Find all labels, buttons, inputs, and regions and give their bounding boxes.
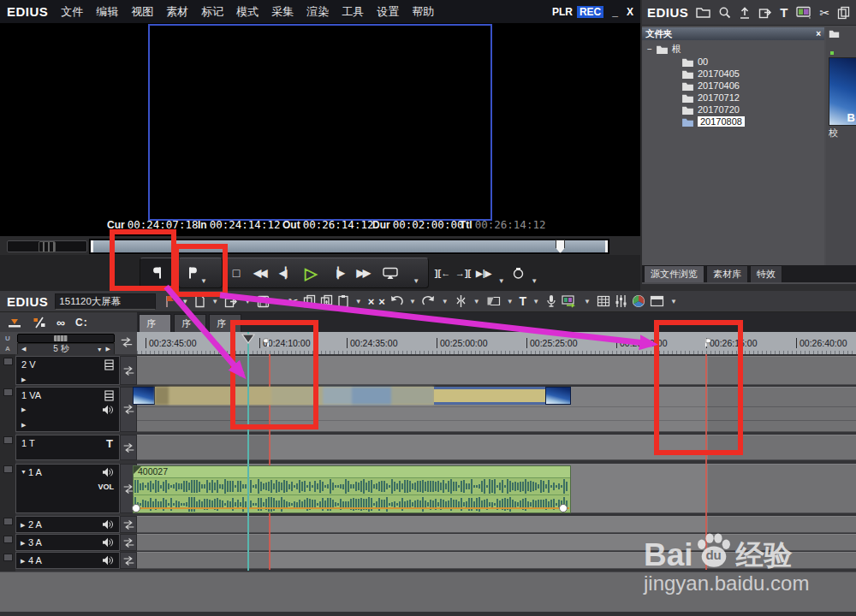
tab-sequence-1[interactable]: 序列1 <box>139 314 171 332</box>
menu-help[interactable]: 帮助 <box>412 4 434 20</box>
menu-marker[interactable]: 标记 <box>201 4 223 20</box>
video-clip[interactable] <box>133 387 571 405</box>
set-in-button[interactable] <box>140 258 175 288</box>
track-select-button[interactable] <box>3 554 13 561</box>
search-icon[interactable] <box>718 6 731 19</box>
track-header-3a[interactable]: ▶ 3 A <box>15 534 120 551</box>
transition-icon[interactable] <box>486 295 501 307</box>
track-header-1a[interactable]: ▼ 1 A VOL <box>15 464 120 513</box>
a2-patch[interactable] <box>120 516 137 533</box>
next-frame-button[interactable]: ▕▶ <box>330 258 342 287</box>
render-export-icon[interactable] <box>562 294 578 308</box>
copy-clip-icon[interactable] <box>837 6 850 20</box>
menu-mode[interactable]: 模式 <box>236 4 259 20</box>
in-point-marker-icon[interactable] <box>262 337 270 348</box>
play-around-cursor-icon[interactable]: ▶|▶ <box>476 258 491 287</box>
scale-dropdown-icon[interactable]: ▼ <box>97 346 103 352</box>
folder-panel-close-icon[interactable]: × <box>816 29 821 38</box>
redo-dropdown-icon[interactable]: ▼ <box>442 299 449 308</box>
timeline-zoom-slider[interactable] <box>17 334 115 343</box>
timeline-scale-select[interactable]: ◀ 5 秒 ▼ ▶ <box>17 343 115 355</box>
collapse-icon[interactable]: − <box>647 44 652 54</box>
stop-button[interactable]: □ <box>233 258 240 287</box>
tab-sequence-3[interactable]: 序列3 <box>209 314 241 332</box>
goto-in-icon[interactable]: ][← <box>435 258 450 287</box>
redo-icon[interactable] <box>422 295 436 307</box>
layout-icon[interactable] <box>650 295 664 307</box>
menu-view[interactable]: 视图 <box>131 4 153 20</box>
menu-file[interactable]: 文件 <box>61 4 83 20</box>
collapse-icon[interactable]: ▼ <box>21 469 27 475</box>
track-select-button[interactable] <box>3 465 13 473</box>
track-header-2v[interactable]: 2 V ▶ <box>15 356 120 385</box>
title-tool-icon[interactable]: T <box>780 5 788 20</box>
goto-out-icon[interactable]: →][ <box>455 258 471 287</box>
paste-icon[interactable] <box>337 294 349 308</box>
track-row-2v[interactable] <box>137 356 856 385</box>
transition-dropdown-icon[interactable]: ▼ <box>507 299 514 308</box>
undo-icon[interactable] <box>389 295 403 307</box>
audio-mixer-icon[interactable] <box>615 294 627 308</box>
sync-mode-icon[interactable] <box>33 317 46 329</box>
marker-dropdown-icon[interactable]: ▼ <box>181 299 188 308</box>
loop-play-dropdown-icon[interactable]: ▼ <box>531 278 538 287</box>
save-dropdown-icon[interactable]: ▼ <box>276 299 282 308</box>
track-header-2a[interactable]: ▶ 2 A <box>15 516 120 533</box>
ripple-mode-icon[interactable]: ∞ <box>56 316 65 329</box>
scale-right-icon[interactable]: ▶ <box>106 346 110 352</box>
save-icon[interactable] <box>257 295 270 308</box>
fast-forward-button[interactable]: ▶▶ <box>356 258 368 287</box>
track-select-button[interactable] <box>3 536 13 543</box>
track-select-button[interactable] <box>3 436 13 444</box>
add-cut-point-dropdown-icon[interactable]: ▼ <box>473 299 480 308</box>
track-row-2a[interactable] <box>137 516 856 533</box>
add-to-bin-icon[interactable] <box>597 295 610 307</box>
set-out-dropdown-icon[interactable]: ▼ <box>200 278 207 287</box>
delete-icon[interactable]: × <box>368 295 375 308</box>
layout-dropdown-icon[interactable]: ▼ <box>670 299 677 308</box>
up-folder-icon[interactable] <box>739 6 751 19</box>
rec-mode-button[interactable]: REC <box>577 6 603 18</box>
menu-clip[interactable]: 素材 <box>166 4 188 20</box>
folder-item[interactable]: 20170712 <box>681 92 740 104</box>
export-dropdown-icon[interactable]: ▼ <box>244 299 251 308</box>
track-header-4a[interactable]: ▶ 4 A <box>15 552 120 569</box>
paste-dropdown-icon[interactable]: ▼ <box>355 299 362 308</box>
position-slider[interactable] <box>89 239 609 254</box>
tab-sequence-2[interactable]: 序列2 <box>174 314 206 332</box>
shuttle-slider[interactable] <box>7 240 87 252</box>
insert-overwrite-mode-icon[interactable] <box>7 317 22 329</box>
snap-magnet-icon[interactable]: C: <box>75 317 88 329</box>
plr-mode-button[interactable]: PLR <box>552 6 573 18</box>
menu-tools[interactable]: 工具 <box>342 4 364 20</box>
folder-item-selected[interactable]: 20170808 <box>681 116 745 127</box>
cut-icon[interactable]: ✂ <box>288 294 299 308</box>
expand-icon[interactable]: ▶ <box>21 406 26 413</box>
voiceover-mic-icon[interactable] <box>545 294 557 308</box>
video-patch[interactable] <box>120 356 137 385</box>
patch-icon[interactable] <box>120 336 134 348</box>
out-point-marker-icon[interactable] <box>704 337 712 348</box>
close-icon[interactable]: X <box>627 6 633 18</box>
player-display-dropdown-icon[interactable]: ▼ <box>413 278 419 287</box>
volume-handle[interactable] <box>132 504 140 512</box>
clip-thumbnail[interactable]: B <box>829 57 856 126</box>
expand-icon[interactable]: ▶ <box>21 422 26 429</box>
menu-settings[interactable]: 设置 <box>377 4 399 20</box>
new-sequence-icon[interactable] <box>194 294 205 308</box>
prev-frame-button[interactable]: ◀▏ <box>279 258 291 287</box>
tab-bin[interactable]: 素材库 <box>706 265 748 282</box>
expand-icon[interactable]: ▶ <box>21 522 25 529</box>
menu-edit[interactable]: 编辑 <box>96 4 118 20</box>
folder-item[interactable]: 20170406 <box>681 80 740 92</box>
playhead-marker[interactable] <box>241 332 255 347</box>
title-icon[interactable]: T <box>520 294 527 308</box>
export-clip-icon[interactable] <box>758 6 772 19</box>
monitor-display-icon[interactable] <box>796 6 812 19</box>
track-header-1t[interactable]: 1 T T <box>15 435 120 460</box>
volume-rubber-band[interactable] <box>134 507 569 509</box>
play-around-dropdown-icon[interactable]: ▼ <box>498 278 505 287</box>
ripple-delete-icon[interactable]: × <box>378 295 385 308</box>
open-folder-icon[interactable] <box>696 7 710 18</box>
track-row-1t[interactable] <box>137 435 856 460</box>
